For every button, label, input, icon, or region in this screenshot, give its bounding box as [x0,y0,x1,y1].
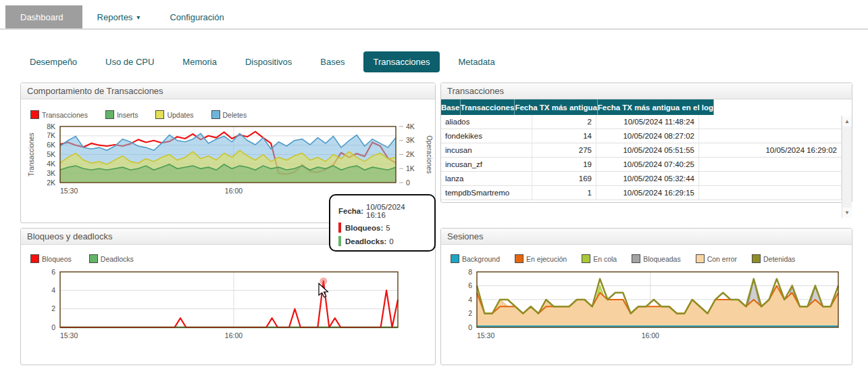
scroll-up-icon[interactable]: ▲ [842,116,852,126]
legend-swatch [696,254,705,263]
cell-transacciones: 14 [532,129,596,143]
tab-label: Metadata [459,57,495,67]
legend-label: En ejecución [526,255,567,263]
cell-fecha-log [699,115,842,129]
tab[interactable]: Dispositivos [236,51,301,72]
nav-item[interactable]: Reportes ▾ [82,5,155,28]
legend-swatch [155,110,164,119]
table-row[interactable]: aliados 2 10/05/2024 11:48:24 [441,115,852,129]
legend-item[interactable]: Background [451,254,500,263]
legend-label: Transacciones [42,111,88,119]
table-row[interactable]: fondekikes 14 10/05/2024 08:27:02 [441,129,852,143]
cell-transacciones: 2 [532,115,596,129]
cell-fecha-antigua: 10/05/2024 16:29:15 [596,186,699,200]
svg-text:1K: 1K [406,164,415,172]
legend-swatch [515,254,524,263]
cell-fecha-log [699,172,842,186]
table-column-header[interactable]: Base [441,99,461,115]
nav-item[interactable]: Dashboard [5,5,82,28]
legend-label: Con error [707,255,737,263]
tooltip-items: Bloqueos: 5 Deadlocks: 0 [338,223,426,246]
chart-legend: Background En ejecución En cola Bloquead… [451,254,852,263]
legend-item[interactable]: Deletes [211,110,247,119]
tooltip-item-label: Deadlocks: [345,237,386,246]
legend-label: Detenidas [763,255,795,263]
table-scrollbar[interactable]: ▲ ▼ [842,116,852,218]
legend-item[interactable]: Bloqueos [30,254,72,263]
legend-label: Bloqueadas [643,255,680,263]
dashboard-page: Dashboard Reportes ▾ Configuración Desem… [0,0,868,374]
tab[interactable]: Transacciones [363,51,439,72]
sesiones-chart[interactable]: 8642015:3016:00 [450,267,852,344]
table-header-row: Base Transacciones Fecha TX más antigua … [441,99,852,115]
svg-text:0: 0 [406,179,410,187]
svg-text:0: 0 [468,323,472,331]
svg-text:4: 4 [51,286,55,294]
table-row[interactable]: lanza 169 10/05/2024 05:32:44 [441,172,852,186]
dashboard-tabs: Desempeño Uso de CPU Memoria Dispositivo… [20,51,505,72]
tab[interactable]: Uso de CPU [96,51,163,72]
nav-item[interactable]: Configuración [155,5,242,28]
legend-swatch [211,110,220,119]
tooltip-item-value: 5 [386,224,390,232]
legend-item[interactable]: Con error [696,254,737,263]
cell-base: fondekikes [441,129,532,143]
legend-item[interactable]: Detenidas [752,254,795,263]
cell-fecha-antigua: 10/05/2024 05:32:44 [596,172,699,186]
svg-text:8: 8 [468,268,472,276]
cell-base: incusan [441,143,532,158]
tab[interactable]: Metadata [449,51,505,72]
tab[interactable]: Desempeño [20,51,86,72]
table-row[interactable]: tempdbSmartremo 1 10/05/2024 16:29:15 [441,186,852,200]
bloqueos-chart[interactable]: 642015:3016:00 [33,267,435,344]
svg-text:2K: 2K [47,179,55,187]
chart-tooltip: Fecha: 10/05/2024 16:16 Bloqueos: 5 Dead… [329,194,436,252]
tooltip-fecha-label: Fecha: [338,207,363,215]
svg-text:3K: 3K [406,136,415,144]
chevron-down-icon: ▾ [136,14,140,21]
svg-text:16:00: 16:00 [642,331,659,340]
legend-item[interactable]: Bloqueadas [632,254,680,263]
legend-label: Inserts [117,111,138,119]
table-column-header[interactable]: Transacciones [461,99,515,115]
svg-text:4K: 4K [406,122,415,131]
tooltip-item-value: 0 [389,237,393,246]
svg-text:16:00: 16:00 [225,331,242,340]
svg-text:8K: 8K [47,122,55,131]
tab[interactable]: Memoria [173,51,226,72]
svg-text:4K: 4K [47,160,55,168]
legend-swatch [451,254,459,263]
legend-item[interactable]: Updates [155,110,193,119]
table-row[interactable]: incusan 275 10/05/2024 05:51:55 10/05/20… [441,143,852,158]
legend-label: Background [462,255,500,263]
svg-text:16:00: 16:00 [225,187,242,195]
panel-title: Sesiones [441,229,852,245]
cell-fecha-log [699,158,842,172]
top-navigation: Dashboard Reportes ▾ Configuración [0,0,868,30]
cell-transacciones: 275 [532,143,596,158]
table-row[interactable]: incusan_zf 19 10/05/2024 07:40:25 [441,158,852,172]
table-column-header[interactable]: Fecha TX más antigua en el log [598,99,714,115]
legend-item[interactable]: Transacciones [30,110,88,119]
svg-text:6: 6 [468,281,472,289]
svg-text:3K: 3K [47,169,55,177]
legend-item[interactable]: Deadlocks [89,254,134,263]
legend-item[interactable]: En ejecución [515,254,567,263]
cell-base: incusan_zf [441,158,532,172]
transactions-chart[interactable]: 8K7K6K5K4K3K2K4K3K2K1K0OperacionesTransa… [26,122,435,199]
legend-item[interactable]: Inserts [105,110,138,119]
legend-label: Bloqueos [42,255,72,263]
legend-swatch [752,254,761,263]
tab[interactable]: Bases [311,51,354,72]
cell-fecha-log: 10/05/2024 16:29:02 [699,143,842,158]
table-body: aliados 2 10/05/2024 11:48:24 fondekikes… [441,115,852,200]
scroll-down-icon[interactable]: ▼ [842,208,852,218]
legend-swatch [89,254,98,263]
svg-text:6: 6 [51,268,55,276]
legend-label: Deadlocks [101,255,134,263]
table-column-header[interactable]: Fecha TX más antigua [515,99,597,115]
tooltip-item: Deadlocks: 0 [338,236,426,246]
tooltip-item-label: Bloqueos: [345,224,383,232]
legend-item[interactable]: En cola [582,254,617,263]
chart-legend: Bloqueos Deadlocks [30,254,435,263]
